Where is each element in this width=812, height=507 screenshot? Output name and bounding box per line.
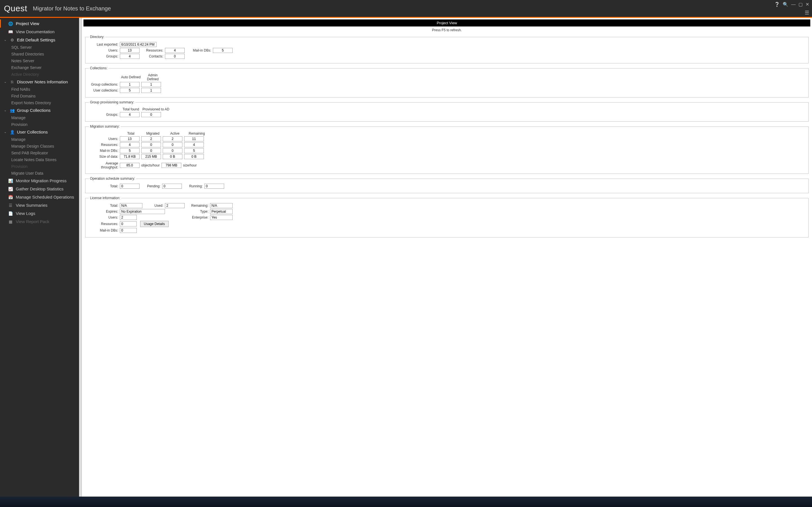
h-remaining: Remaining [186, 131, 208, 135]
maximize-icon[interactable]: ▢ [799, 2, 803, 7]
nav-sql-server[interactable]: SQL Server [0, 44, 79, 51]
close-icon[interactable]: ✕ [806, 2, 809, 7]
splitter[interactable] [79, 18, 82, 497]
nav-group-collections[interactable]: ⌄ 👥 Group Collections [0, 106, 79, 114]
license-group: License information: Total: N/A Used: 2 … [85, 196, 809, 237]
chevron-down-icon: ⌄ [4, 108, 7, 112]
nav-group-provision[interactable]: Provision [0, 121, 79, 128]
mig-mailin-remaining: 5 [184, 148, 204, 153]
nav-migrate-user-data[interactable]: Migrate User Data [0, 170, 79, 177]
mig-res-migrated: 0 [141, 142, 161, 147]
nav-label: Edit Default Settings [17, 38, 55, 42]
nav-label: View Documentation [16, 29, 54, 34]
nav-find-domains[interactable]: Find Domains [0, 93, 79, 100]
directory-legend: Directory: [89, 35, 105, 39]
mig-mailin-label: Mail-in DBs: [89, 149, 120, 153]
nav-label: Monitor Migration Progress [16, 178, 66, 183]
migration-summary-group: Migration summary: Total Migrated Active… [85, 124, 809, 174]
nav-view-documentation[interactable]: 📖 View Documentation [0, 27, 79, 36]
nav-discover-notes[interactable]: ⌄ ⎘ Discover Notes Information [0, 78, 79, 86]
menu-icon[interactable]: ☰ [805, 10, 809, 16]
lic-users-value: 2 [120, 215, 137, 220]
titlebar: Quest Migrator for Notes to Exchange ❔ 🔍… [0, 0, 812, 17]
mig-users-label: Users: [89, 137, 120, 141]
lic-used-label: Used: [142, 204, 165, 208]
monitor-icon: 📊 [8, 179, 13, 183]
nav-user-manage[interactable]: Manage [0, 136, 79, 143]
search-icon[interactable]: 🔍 [783, 2, 788, 7]
last-exported-value: 6/10/2021 6:42:24 PM [120, 42, 156, 47]
nav-view-report-pack: ▦ View Report Pack [0, 217, 79, 226]
resources-label: Resources: [140, 48, 165, 52]
nav-user-provision: Provision [0, 163, 79, 170]
nav-shared-directories[interactable]: Shared Directories [0, 51, 79, 57]
ops-running-value: 0 [204, 184, 224, 189]
groups-label: Groups: [89, 113, 120, 117]
minimize-icon[interactable]: — [791, 2, 796, 7]
nav-notes-server[interactable]: Notes Server [0, 57, 79, 64]
brand-logo: Quest [4, 4, 28, 13]
nav-locate-notes-data-stores[interactable]: Locate Notes Data Stores [0, 156, 79, 163]
report-icon: ▦ [8, 219, 13, 224]
nav-label: View Summaries [16, 203, 47, 208]
nav-label: Project View [16, 21, 39, 26]
lic-used-value: 2 [165, 203, 185, 208]
nav-find-nabs[interactable]: Find NABs [0, 86, 79, 93]
nav-group-manage[interactable]: Manage [0, 114, 79, 121]
nav-gather-desktop[interactable]: 📈 Gather Desktop Statistics [0, 185, 79, 193]
migration-legend: Migration summary: [89, 124, 121, 128]
nav-send-pab-replicator[interactable]: Send PAB Replicator [0, 150, 79, 156]
usage-details-button[interactable]: Usage Details [140, 221, 168, 227]
export-icon: ⎘ [10, 80, 15, 84]
mig-size-total: 71.8 KB [120, 154, 140, 159]
lic-expires-value: No Expiration [120, 209, 165, 214]
nav-exchange-server[interactable]: Exchange Server [0, 64, 79, 71]
nav-label: View Logs [16, 211, 35, 216]
mig-users-remaining: 11 [184, 136, 204, 142]
nav-label: View Report Pack [16, 219, 49, 224]
throughput-obj-unit: objects/hour [140, 163, 161, 167]
help-icon[interactable]: ❔ [774, 2, 780, 7]
mig-size-active: 0 B [163, 154, 183, 159]
h-migrated: Migrated [142, 131, 164, 135]
taskbar [0, 497, 812, 507]
groups-total-value: 4 [120, 112, 140, 117]
nav-monitor-migration[interactable]: 📊 Monitor Migration Progress [0, 177, 79, 185]
h-total: Total [120, 131, 142, 135]
groups-label: Groups: [89, 54, 120, 58]
ops-total-label: Total: [89, 184, 120, 188]
mig-res-remaining: 4 [184, 142, 204, 147]
last-exported-label: Last exported: [89, 43, 120, 47]
nav-view-logs[interactable]: 📄 View Logs [0, 209, 79, 217]
h-active: Active [164, 131, 186, 135]
lic-remaining-label: Remaining: [185, 204, 210, 208]
mailin-value: 5 [213, 48, 233, 53]
total-found-header: Total found [120, 107, 142, 111]
refresh-hint: Press F5 to refresh. [82, 26, 812, 35]
chevron-down-icon: ⌄ [4, 38, 7, 42]
resources-value: 4 [165, 48, 185, 53]
nav-edit-default-settings[interactable]: ⌄ ⚙ Edit Default Settings [0, 36, 79, 44]
nav-manage-scheduled[interactable]: 📅 Manage Scheduled Operations [0, 193, 79, 201]
nav-view-summaries[interactable]: ☰ View Summaries [0, 201, 79, 209]
nav-active-directory: Active Directory [0, 71, 79, 78]
group-auto-value: 1 [120, 82, 140, 87]
sidebar: 🌐 Project View 📖 View Documentation ⌄ ⚙ … [0, 18, 79, 497]
mig-resources-label: Resources: [89, 143, 120, 147]
nav-label: User Collections [17, 129, 48, 134]
nav-export-notes-directory[interactable]: Export Notes Directory [0, 100, 79, 106]
mig-size-migrated: 215 MB [141, 154, 161, 159]
lic-expires-label: Expires: [89, 210, 120, 214]
nav-manage-design-classes[interactable]: Manage Design Classes [0, 143, 79, 150]
mig-res-total: 4 [120, 142, 140, 147]
mig-mailin-migrated: 0 [141, 148, 161, 153]
nav-user-collections[interactable]: ⌄ 👤 User Collections [0, 128, 79, 136]
admin-defined-header: Admin Defined [142, 73, 164, 81]
throughput-size-value: 798 MB [161, 163, 181, 168]
user-admin-value: 1 [141, 88, 161, 93]
user-collections-label: User collections: [89, 89, 120, 93]
mig-size-label: Size of data: [89, 155, 120, 159]
mig-mailin-active: 0 [163, 148, 183, 153]
mig-size-remaining: 0 B [184, 154, 204, 159]
nav-project-view[interactable]: 🌐 Project View [0, 19, 79, 27]
